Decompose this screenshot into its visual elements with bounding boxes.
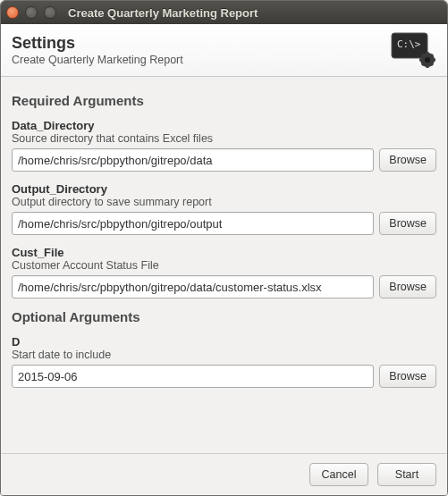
maximize-icon[interactable]	[44, 6, 56, 19]
svg-line-8	[422, 55, 425, 57]
content-area: Required Arguments Data_Directory Source…	[1, 77, 447, 453]
arg-label: Data_Directory	[12, 119, 436, 132]
browse-button[interactable]: Browse	[379, 275, 436, 298]
close-icon[interactable]	[6, 6, 19, 19]
header: Settings Create Quarterly Marketing Repo…	[1, 24, 447, 77]
arg-label: Cust_File	[12, 246, 436, 259]
page-title: Settings	[12, 34, 183, 53]
cancel-button[interactable]: Cancel	[309, 463, 368, 486]
start-button[interactable]: Start	[377, 463, 436, 486]
arg-output-directory: Output_Directory Output directory to sav…	[12, 182, 436, 235]
terminal-gear-icon: C:\>	[390, 31, 436, 69]
svg-point-3	[425, 57, 430, 63]
optional-section-title: Optional Arguments	[12, 309, 436, 324]
page-subtitle: Create Quarterly Marketing Report	[12, 54, 183, 66]
arg-description: Customer Account Status File	[12, 259, 436, 272]
arg-cust-file: Cust_File Customer Account Status File B…	[12, 246, 436, 298]
window-title: Create Quarterly Marketing Report	[68, 6, 258, 20]
svg-line-9	[431, 63, 434, 66]
titlebar[interactable]: Create Quarterly Marketing Report	[1, 1, 447, 24]
browse-button[interactable]: Browse	[379, 148, 436, 172]
window-frame: Create Quarterly Marketing Report Settin…	[0, 0, 448, 496]
svg-line-10	[422, 63, 425, 66]
arg-description: Start date to include	[12, 349, 436, 361]
arg-label: D	[12, 335, 436, 349]
data-directory-input[interactable]	[12, 148, 374, 172]
arg-data-directory: Data_Directory Source directory that con…	[12, 119, 436, 172]
arg-d: D Start date to include Browse	[12, 335, 436, 388]
output-directory-input[interactable]	[12, 212, 374, 235]
minimize-icon[interactable]	[25, 6, 38, 19]
arg-description: Source directory that contains Excel fil…	[12, 132, 436, 145]
d-input[interactable]	[12, 365, 374, 388]
arg-label: Output_Directory	[12, 182, 436, 196]
footer: Cancel Start	[1, 453, 447, 495]
required-section-title: Required Arguments	[12, 93, 436, 108]
browse-button[interactable]: Browse	[379, 212, 436, 235]
browse-button[interactable]: Browse	[379, 365, 436, 388]
cust-file-input[interactable]	[12, 275, 374, 298]
svg-text:C:\>: C:\>	[397, 38, 421, 50]
svg-line-11	[431, 55, 434, 57]
arg-description: Output directory to save summary report	[12, 196, 436, 208]
